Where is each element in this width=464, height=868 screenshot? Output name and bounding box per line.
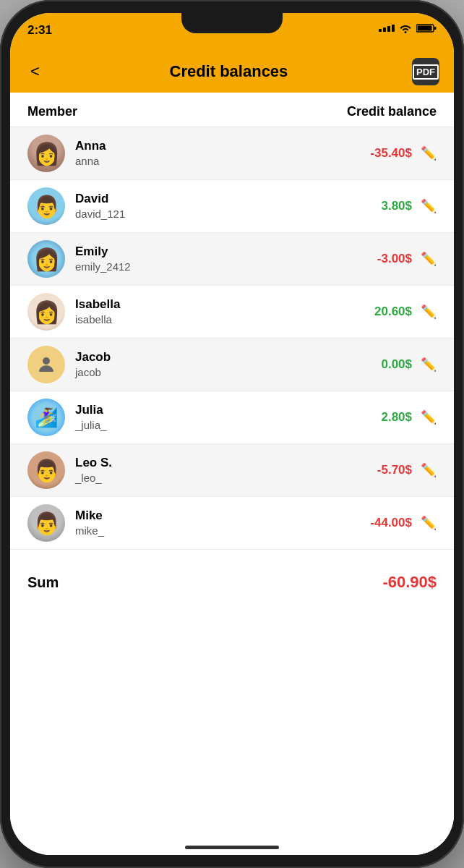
pdf-icon: PDF [413, 64, 439, 80]
sum-value: -60.90$ [382, 573, 437, 592]
balance-area: 0.00$ ✏️ [354, 357, 437, 373]
balance-area: 3.80$ ✏️ [354, 198, 437, 214]
member-username: _leo_ [75, 471, 354, 485]
home-indicator [185, 846, 279, 849]
member-name: Jacob [75, 349, 354, 365]
member-name: Mike [75, 508, 354, 524]
signal-icon [379, 25, 395, 32]
sum-label: Sum [27, 574, 59, 591]
avatar [27, 187, 65, 225]
table-row: Emily emily_2412 -3.00$ ✏️ [10, 233, 454, 286]
member-username: anna [75, 154, 354, 169]
member-name: David [75, 191, 354, 207]
member-username: mike_ [75, 524, 354, 538]
wifi-icon [399, 23, 412, 33]
balance-value: -44.00$ [354, 516, 412, 530]
members-list: Anna anna -35.40$ ✏️ David david_121 3.8… [10, 127, 454, 550]
sum-row: Sum -60.90$ [10, 556, 454, 599]
pdf-button[interactable]: PDF [412, 58, 439, 85]
edit-icon[interactable]: ✏️ [421, 304, 437, 320]
avatar [27, 346, 65, 383]
phone-frame: 2:31 < Credit ba [0, 0, 464, 868]
notch [181, 13, 283, 33]
balance-value: -5.70$ [354, 463, 412, 477]
balance-area: -44.00$ ✏️ [354, 515, 437, 531]
member-username: jacob [75, 365, 354, 380]
member-username: david_121 [75, 207, 354, 221]
member-name: Isabella [75, 297, 354, 312]
header-title: Credit balances [170, 62, 288, 81]
content-area: Member Credit balance Anna anna -35.40$ … [10, 93, 454, 855]
balance-value: 2.80$ [354, 410, 412, 425]
app-header: < Credit balances PDF [10, 51, 454, 93]
svg-rect-1 [434, 27, 437, 30]
avatar [27, 293, 65, 331]
balance-area: -35.40$ ✏️ [354, 145, 437, 161]
member-name: Leo S. [75, 455, 354, 471]
member-info: David david_121 [75, 191, 354, 221]
column-member: Member [27, 104, 77, 119]
member-username: emily_2412 [75, 260, 354, 274]
balance-value: 0.00$ [354, 357, 412, 372]
table-row: Jacob jacob 0.00$ ✏️ [10, 339, 454, 391]
svg-point-3 [43, 357, 50, 365]
balance-area: 20.60$ ✏️ [354, 304, 437, 320]
edit-icon[interactable]: ✏️ [421, 515, 437, 531]
back-button[interactable]: < [25, 59, 46, 84]
member-name: Emily [75, 244, 354, 260]
edit-icon[interactable]: ✏️ [421, 409, 437, 425]
member-username: _julia_ [75, 418, 354, 433]
edit-icon[interactable]: ✏️ [421, 145, 437, 161]
member-username: isabella [75, 312, 354, 327]
edit-icon[interactable]: ✏️ [421, 357, 437, 373]
balance-area: 2.80$ ✏️ [354, 409, 437, 425]
member-info: Emily emily_2412 [75, 244, 354, 274]
balance-value: 3.80$ [354, 199, 412, 213]
edit-icon[interactable]: ✏️ [421, 462, 437, 478]
member-info: Mike mike_ [75, 508, 354, 538]
table-header: Member Credit balance [10, 93, 454, 127]
column-balance: Credit balance [347, 104, 437, 119]
balance-area: -5.70$ ✏️ [354, 462, 437, 478]
phone-screen: 2:31 < Credit ba [10, 13, 454, 855]
edit-icon[interactable]: ✏️ [421, 198, 437, 214]
table-row: Anna anna -35.40$ ✏️ [10, 127, 454, 180]
balance-value: -3.00$ [354, 252, 412, 266]
avatar [27, 135, 65, 172]
member-name: Anna [75, 138, 354, 154]
balance-value: -35.40$ [354, 146, 412, 161]
member-info: Anna anna [75, 138, 354, 169]
table-row: Mike mike_ -44.00$ ✏️ [10, 497, 454, 550]
member-info: Julia _julia_ [75, 402, 354, 433]
member-name: Julia [75, 402, 354, 418]
avatar [27, 504, 65, 542]
edit-icon[interactable]: ✏️ [421, 251, 437, 267]
member-info: Jacob jacob [75, 349, 354, 380]
status-time: 2:31 [27, 23, 52, 38]
battery-icon [416, 23, 437, 33]
member-info: Isabella isabella [75, 297, 354, 327]
status-icons [379, 23, 437, 33]
table-row: Julia _julia_ 2.80$ ✏️ [10, 391, 454, 444]
balance-area: -3.00$ ✏️ [354, 251, 437, 267]
table-row: Leo S. _leo_ -5.70$ ✏️ [10, 444, 454, 497]
table-row: David david_121 3.80$ ✏️ [10, 180, 454, 233]
avatar [27, 399, 65, 436]
table-row: Isabella isabella 20.60$ ✏️ [10, 286, 454, 339]
svg-rect-2 [418, 26, 432, 31]
member-info: Leo S. _leo_ [75, 455, 354, 485]
avatar [27, 240, 65, 278]
balance-value: 20.60$ [354, 305, 412, 319]
avatar [27, 451, 65, 489]
